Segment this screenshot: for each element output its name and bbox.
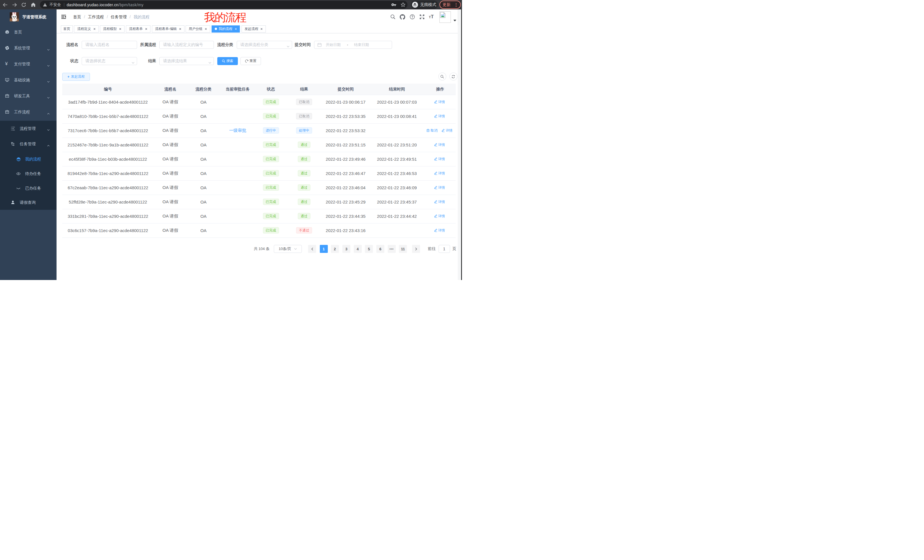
svg-text:T: T [431, 14, 434, 19]
svg-text:T: T [429, 15, 431, 19]
